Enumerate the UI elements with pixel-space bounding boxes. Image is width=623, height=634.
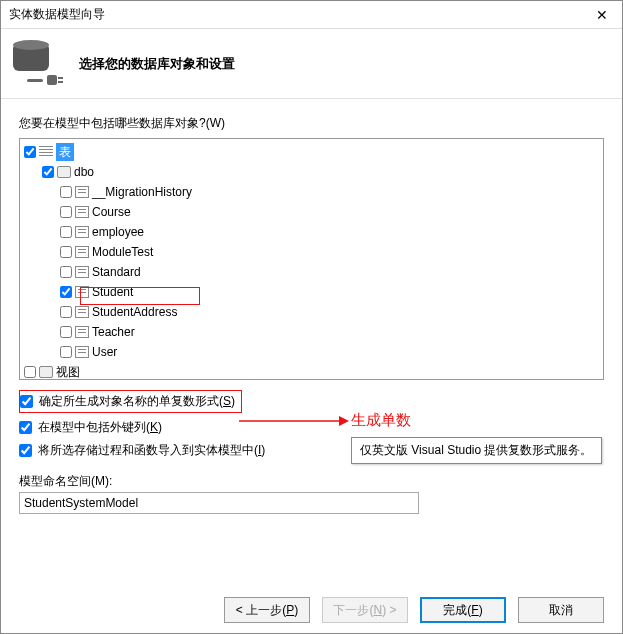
tree-label: User [92, 343, 117, 361]
option-pluralize-label: 确定所生成对象名称的单复数形式(S) [39, 393, 235, 410]
database-icon [11, 39, 61, 89]
tree-node-table[interactable]: Teacher [60, 323, 135, 341]
views-icon [39, 366, 53, 378]
cancel-button[interactable]: 取消 [518, 597, 604, 623]
tree-label: 视图 [56, 363, 80, 380]
header-title: 选择您的数据库对象和设置 [79, 55, 235, 73]
tree-label: Standard [92, 263, 141, 281]
checkbox[interactable] [60, 286, 72, 298]
back-button[interactable]: < 上一步(P) [224, 597, 310, 623]
tree-label: StudentAddress [92, 303, 177, 321]
objects-tree[interactable]: 表 dbo __MigrationHistoryCourseemployeeMo… [19, 138, 604, 380]
titlebar: 实体数据模型向导 ✕ [1, 1, 622, 29]
tree-node-table[interactable]: User [60, 343, 117, 361]
checkbox-import-sprocs[interactable] [19, 444, 32, 457]
checkbox-pluralize[interactable] [20, 395, 33, 408]
tree-label: dbo [74, 163, 94, 181]
tree-node-table[interactable]: StudentAddress [60, 303, 177, 321]
tree-label: Student [92, 283, 133, 301]
table-icon [75, 326, 89, 338]
table-icon [75, 246, 89, 258]
checkbox-foreign-keys[interactable] [19, 421, 32, 434]
table-icon [75, 306, 89, 318]
svg-marker-1 [339, 416, 349, 426]
table-icon [75, 206, 89, 218]
namespace-input[interactable] [19, 492, 419, 514]
tree-label: ModuleTest [92, 243, 153, 261]
table-icon [75, 266, 89, 278]
tree-label: employee [92, 223, 144, 241]
finish-button[interactable]: 完成(F) [420, 597, 506, 623]
checkbox[interactable] [60, 226, 72, 238]
checkbox[interactable] [60, 266, 72, 278]
tree-node-views[interactable]: 视图 [24, 363, 80, 380]
tree-label: __MigrationHistory [92, 183, 192, 201]
checkbox[interactable] [60, 346, 72, 358]
tree-label: 表 [56, 143, 74, 161]
tree-node-table[interactable]: ModuleTest [60, 243, 153, 261]
checkbox[interactable] [42, 166, 54, 178]
tree-node-table[interactable]: Course [60, 203, 131, 221]
tree-node-schema[interactable]: dbo [42, 163, 94, 181]
annotation-arrow [239, 413, 349, 429]
prompt-label: 您要在模型中包括哪些数据库对象?(W) [19, 115, 604, 132]
checkbox[interactable] [60, 326, 72, 338]
checkbox[interactable] [60, 246, 72, 258]
window-title: 实体数据模型向导 [9, 6, 105, 23]
checkbox[interactable] [24, 146, 36, 158]
tree-node-table[interactable]: employee [60, 223, 144, 241]
tree-node-tables-root[interactable]: 表 [24, 143, 74, 161]
tree-label: Course [92, 203, 131, 221]
option-foreign-keys-label: 在模型中包括外键列(K) [38, 419, 162, 436]
checkbox[interactable] [24, 366, 36, 378]
next-button: 下一步(N) > [322, 597, 408, 623]
namespace-label: 模型命名空间(M): [19, 473, 604, 490]
tree-node-table[interactable]: Student [60, 283, 133, 301]
tree-node-table[interactable]: Standard [60, 263, 141, 281]
annotation-text: 生成单数 [351, 411, 411, 430]
close-icon[interactable]: ✕ [590, 7, 614, 23]
wizard-footer: < 上一步(P) 下一步(N) > 完成(F) 取消 [1, 597, 622, 623]
table-icon [75, 286, 89, 298]
tooltip: 仅英文版 Visual Studio 提供复数形式服务。 [351, 437, 602, 464]
option-import-sprocs-label: 将所选存储过程和函数导入到实体模型中(I) [38, 442, 265, 459]
tree-label: Teacher [92, 323, 135, 341]
table-icon [75, 186, 89, 198]
checkbox[interactable] [60, 186, 72, 198]
schema-icon [57, 166, 71, 178]
annotation-highlight: 确定所生成对象名称的单复数形式(S) [19, 390, 242, 413]
checkbox[interactable] [60, 306, 72, 318]
table-icon [75, 226, 89, 238]
checkbox[interactable] [60, 206, 72, 218]
tree-node-table[interactable]: __MigrationHistory [60, 183, 192, 201]
wizard-header: 选择您的数据库对象和设置 [1, 29, 622, 99]
tables-icon [39, 146, 53, 158]
table-icon [75, 346, 89, 358]
